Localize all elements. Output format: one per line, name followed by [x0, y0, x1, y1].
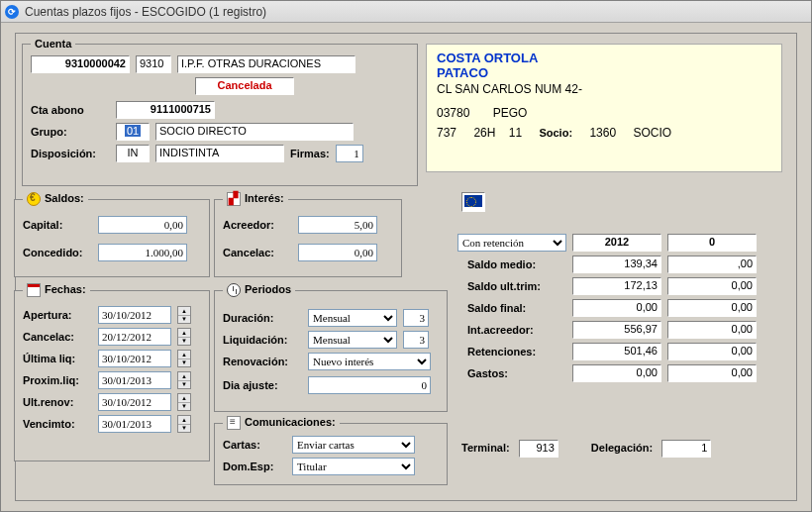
fecha-label: Ult.renov: — [23, 396, 92, 408]
acreedor-label: Acreedor: — [223, 219, 292, 231]
retencion-col2: 0 — [667, 234, 757, 252]
fechas-group: Fechas: Apertura:▲▼Cancelac:▲▼Última liq… — [14, 283, 210, 461]
spin-down-icon[interactable]: ▼ — [178, 403, 190, 411]
firmas-input[interactable] — [336, 145, 363, 162]
retencion-anio: 2012 — [572, 234, 661, 252]
ret-row-label: Saldo medio: — [457, 258, 566, 270]
spinner[interactable]: ▲▼ — [177, 371, 191, 389]
liquidacion-select[interactable]: Mensual — [308, 331, 397, 349]
cta-abono-label: Cta abono — [31, 104, 110, 116]
dia-ajuste-label: Dia ajuste: — [223, 379, 302, 391]
ret-row-label: Saldo final: — [457, 302, 566, 314]
fecha-input-ultima_liq[interactable] — [98, 350, 171, 367]
estado-badge: Cancelada — [195, 77, 294, 95]
spinner[interactable]: ▲▼ — [177, 328, 191, 346]
cartas-select[interactable]: Enviar cartas — [292, 436, 415, 454]
saldos-group: Saldos: Capital: Concedido: — [14, 192, 210, 277]
delegacion-label: Delegación: — [591, 442, 653, 454]
spin-up-icon[interactable]: ▲ — [178, 307, 190, 316]
titlebar[interactable]: ⟳ Cuentas plazos fijos - ESCOGIDO (1 reg… — [1, 1, 811, 23]
ret-row-c1: 501,46 — [572, 343, 661, 360]
client-id1: 737 — [437, 126, 457, 140]
ret-row-label: Retenciones: — [457, 346, 566, 358]
ret-row-label: Int.acreedor: — [457, 324, 566, 336]
cuenta-legend: Cuenta — [31, 38, 75, 50]
spin-up-icon[interactable]: ▲ — [178, 329, 190, 338]
acreedor-input[interactable] — [298, 216, 377, 234]
cancelac-int-input[interactable] — [298, 244, 377, 261]
client-address: CL SAN CARLOS NUM 42- — [437, 82, 771, 96]
fecha-label: Última liq: — [23, 353, 92, 364]
client-id2: 26H — [473, 126, 495, 140]
app-window: ⟳ Cuentas plazos fijos - ESCOGIDO (1 reg… — [0, 0, 812, 512]
spin-down-icon[interactable]: ▼ — [178, 381, 190, 389]
client-id3: 11 — [509, 126, 522, 140]
spin-up-icon[interactable]: ▲ — [178, 416, 190, 425]
fecha-label: Proxim.liq: — [23, 374, 92, 386]
renovacion-select[interactable]: Nuevo interés — [308, 353, 431, 370]
grupo-desc: SOCIO DIRECTO — [155, 123, 354, 141]
ret-row-c1: 0,00 — [572, 364, 661, 382]
fecha-label: Apertura: — [23, 309, 92, 321]
periodos-group: Periodos Duración: Mensual Liquidación: … — [214, 283, 448, 412]
spin-down-icon[interactable]: ▼ — [178, 359, 190, 367]
clock-icon — [227, 283, 241, 297]
fecha-input-vencimto[interactable] — [98, 415, 171, 433]
ret-row-c2: ,00 — [667, 256, 757, 273]
renovacion-label: Renovación: — [223, 356, 302, 367]
disposicion-desc: INDISTINTA — [155, 145, 284, 162]
client-name1: COSTA ORTOLA — [437, 51, 771, 65]
terminal-value: 913 — [519, 440, 558, 458]
spinner[interactable]: ▲▼ — [177, 306, 191, 324]
eu-flag-box — [461, 192, 485, 212]
fecha-input-cancelac[interactable] — [98, 328, 171, 346]
client-name2: PATACO — [437, 65, 771, 80]
dia-ajuste-input[interactable] — [308, 376, 431, 394]
ret-row-c1: 139,34 — [572, 256, 661, 273]
ret-row-label: Saldo ult.trim: — [457, 280, 566, 292]
fecha-input-apertura[interactable] — [98, 306, 171, 324]
spin-down-icon[interactable]: ▼ — [178, 425, 190, 433]
firmas-label: Firmas: — [290, 148, 330, 159]
fecha-input-ult_renov[interactable] — [98, 393, 171, 411]
spinner[interactable]: ▲▼ — [177, 393, 191, 411]
spin-down-icon[interactable]: ▼ — [178, 316, 190, 324]
duracion-label: Duración: — [223, 312, 302, 324]
eu-flag-icon — [464, 195, 482, 207]
cuenta-group: Cuenta 9310000042 9310 I.P.F. OTRAS DURA… — [22, 38, 418, 186]
coin-icon — [27, 192, 41, 206]
terminal-label: Terminal: — [461, 442, 510, 454]
cartas-label: Cartas: — [223, 439, 286, 451]
fechas-legend: Fechas: — [45, 283, 86, 295]
cuenta-tipo-cod: 9310 — [136, 55, 171, 73]
client-poblacion: PEGO — [493, 106, 528, 120]
liquidacion-label: Liquidación: — [223, 334, 302, 346]
liquidacion-n-input[interactable] — [403, 331, 429, 349]
footer-panel: Terminal: 913 Delegación: 1 — [461, 440, 711, 458]
spinner[interactable]: ▲▼ — [177, 350, 191, 367]
spinner[interactable]: ▲▼ — [177, 415, 191, 433]
concedido-input[interactable] — [98, 244, 187, 261]
dom-esp-select[interactable]: Titular — [292, 458, 415, 475]
list-icon — [227, 416, 241, 430]
duracion-select[interactable]: Mensual — [308, 309, 397, 327]
disposicion-cod: IN — [116, 145, 150, 162]
concedido-label: Concedido: — [23, 247, 92, 258]
spin-down-icon[interactable]: ▼ — [178, 338, 190, 346]
interes-legend: Interés: — [245, 192, 284, 204]
ret-row-c1: 172,13 — [572, 277, 661, 295]
spin-up-icon[interactable]: ▲ — [178, 351, 190, 359]
grupo-cod-input[interactable]: 01 — [116, 123, 150, 141]
ret-row-c2: 0,00 — [667, 364, 757, 382]
cta-abono-value: 9111000715 — [116, 101, 215, 119]
spin-up-icon[interactable]: ▲ — [178, 372, 190, 381]
window-title: Cuentas plazos fijos - ESCOGIDO (1 regis… — [25, 5, 266, 19]
retencion-panel: Con retención 2012 0 Saldo medio:139,34,… — [457, 234, 784, 386]
retencion-filter-select[interactable]: Con retención — [457, 234, 566, 252]
duracion-n-input[interactable] — [403, 309, 429, 327]
periodos-legend: Periodos — [245, 283, 291, 295]
fecha-input-proxim_liq[interactable] — [98, 371, 171, 389]
ret-row-c2: 0,00 — [667, 343, 757, 360]
capital-input[interactable] — [98, 216, 187, 234]
spin-up-icon[interactable]: ▲ — [178, 394, 190, 403]
